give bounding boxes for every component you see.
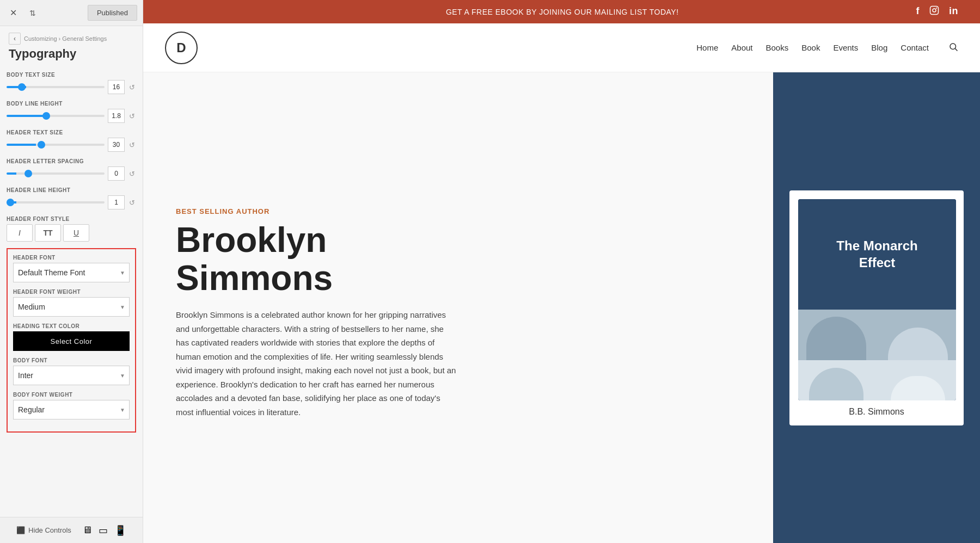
body-font-weight-label: BODY FONT WEIGHT — [13, 392, 130, 398]
header-text-size-reset[interactable]: ↺ — [128, 139, 136, 150]
header-font-weight-group: HEADER FONT WEIGHT Thin Light Regular Me… — [13, 289, 130, 317]
book-arch-top — [798, 310, 956, 360]
site-logo: D — [165, 32, 198, 64]
select-color-button[interactable]: Select Color — [13, 331, 130, 351]
hero-right: The Monarch Effect B.B. Sim — [773, 72, 980, 543]
body-text-size-reset[interactable]: ↺ — [128, 82, 136, 92]
header-text-size-group: HEADER TEXT SIZE 30 ↺ — [7, 129, 136, 152]
nav-link-events[interactable]: Events — [833, 43, 858, 52]
nav-link-about[interactable]: About — [731, 43, 752, 52]
hero-left: BEST SELLING AUTHOR Brooklyn Simmons Bro… — [143, 72, 773, 543]
header-text-size-slider[interactable] — [7, 144, 105, 146]
nav-link-book[interactable]: Book — [801, 43, 820, 52]
header-font-group: HEADER FONT Default Theme Font Arial Geo… — [13, 255, 130, 282]
sort-button[interactable]: ⇅ — [25, 5, 40, 21]
hero-title-line1: Brooklyn — [176, 220, 327, 260]
monitor-icon: ⬛ — [16, 526, 25, 534]
header-font-label: HEADER FONT — [13, 255, 130, 261]
header-line-height-reset[interactable]: ↺ — [128, 197, 136, 208]
header-line-height-value: 1 — [108, 195, 125, 209]
body-line-height-slider[interactable] — [7, 115, 105, 117]
body-font-weight-select[interactable]: Thin Light Regular Medium Bold — [13, 400, 130, 419]
hide-controls-label: Hide Controls — [28, 526, 71, 534]
hero-title: Brooklyn Simmons — [176, 221, 740, 298]
header-font-select[interactable]: Default Theme Font Arial Georgia Times N… — [13, 263, 130, 282]
hero-section: BEST SELLING AUTHOR Brooklyn Simmons Bro… — [143, 72, 980, 543]
nav-link-books[interactable]: Books — [766, 43, 789, 52]
nav-link-blog[interactable]: Blog — [871, 43, 887, 52]
breadcrumb: Customizing › General Settings — [24, 35, 107, 42]
italic-button[interactable]: I — [7, 224, 33, 242]
hide-controls-button[interactable]: ⬛ Hide Controls — [16, 526, 71, 534]
hero-description: Brooklyn Simmons is a celebrated author … — [176, 308, 459, 419]
body-line-height-label: BODY LINE HEIGHT — [7, 101, 136, 107]
main-area: GET A FREE EBOOK BY JOINING OUR MAILING … — [143, 0, 980, 543]
header-text-size-value: 30 — [108, 138, 125, 152]
publish-button[interactable]: Published — [88, 5, 137, 21]
header-letter-spacing-reset[interactable]: ↺ — [128, 168, 136, 179]
social-icons: f in — [916, 5, 959, 18]
book-cover-top: The Monarch Effect — [798, 199, 956, 310]
heading-text-color-group: HEADING TEXT COLOR Select Color — [13, 323, 130, 351]
body-font-group: BODY FONT Inter Arial Roboto Georgia ▼ — [13, 357, 130, 385]
header-letter-spacing-value: 0 — [108, 166, 125, 181]
header-text-size-label: HEADER TEXT SIZE — [7, 129, 136, 135]
book-author: B.B. Simmons — [798, 407, 955, 417]
arch-left-bottom — [809, 368, 863, 400]
left-panel: ✕ ⇅ Published ‹ Customizing › General Se… — [0, 0, 143, 543]
svg-rect-0 — [930, 7, 939, 15]
device-icons-group: 🖥 ▭ 📱 — [82, 525, 126, 536]
header-line-height-slider[interactable] — [7, 201, 105, 203]
body-font-select[interactable]: Inter Arial Roboto Georgia — [13, 366, 130, 385]
hero-subtitle: BEST SELLING AUTHOR — [176, 207, 740, 215]
bold-button[interactable]: TT — [35, 224, 61, 242]
nav-link-contact[interactable]: Contact — [901, 43, 929, 52]
header-font-weight-select-wrapper: Thin Light Regular Medium Semi-Bold Bold… — [13, 297, 130, 317]
arch-left-top — [806, 317, 866, 360]
svg-point-2 — [936, 8, 937, 9]
nav-bar: D Home About Books Book Events Blog Cont… — [143, 23, 980, 72]
nav-links: Home About Books Book Events Blog Contac… — [696, 42, 958, 54]
body-line-height-group: BODY LINE HEIGHT 1.8 ↺ — [7, 101, 136, 123]
header-font-weight-select[interactable]: Thin Light Regular Medium Semi-Bold Bold — [13, 297, 130, 317]
desktop-icon[interactable]: 🖥 — [82, 525, 92, 536]
book-title-overlay: The Monarch Effect — [836, 237, 917, 271]
mobile-icon[interactable]: 📱 — [114, 525, 126, 536]
header-letter-spacing-label: HEADER LETTER SPACING — [7, 158, 136, 164]
body-font-select-wrapper: Inter Arial Roboto Georgia ▼ — [13, 366, 130, 385]
nav-link-home[interactable]: Home — [696, 43, 718, 52]
panel-topbar: ✕ ⇅ Published — [0, 0, 143, 26]
body-font-weight-select-wrapper: Thin Light Regular Medium Bold ▼ — [13, 400, 130, 419]
panel-title: Typography — [0, 45, 143, 67]
close-button[interactable]: ✕ — [5, 5, 21, 21]
body-text-size-label: BODY TEXT SIZE — [7, 72, 136, 78]
svg-point-1 — [933, 9, 936, 12]
search-icon[interactable] — [948, 42, 958, 54]
book-arch-bottom — [798, 360, 956, 400]
body-font-weight-group: BODY FONT WEIGHT Thin Light Regular Medi… — [13, 392, 130, 419]
linkedin-icon[interactable]: in — [949, 5, 958, 18]
header-line-height-group: HEADER LINE HEIGHT 1 ↺ — [7, 187, 136, 209]
announcement-bar: GET A FREE EBOOK BY JOINING OUR MAILING … — [143, 0, 980, 23]
body-font-label: BODY FONT — [13, 357, 130, 363]
instagram-icon[interactable] — [929, 5, 939, 18]
book-cover: The Monarch Effect — [798, 199, 956, 400]
panel-scroll: BODY TEXT SIZE 16 ↺ BODY LINE HEIGHT 1.8… — [0, 67, 143, 517]
body-text-size-slider[interactable] — [7, 86, 105, 88]
body-line-height-value: 1.8 — [108, 109, 125, 123]
arch-right-bottom — [891, 376, 945, 400]
svg-point-3 — [950, 44, 956, 50]
underline-button[interactable]: U — [63, 224, 89, 242]
body-text-size-group: BODY TEXT SIZE 16 ↺ — [7, 72, 136, 94]
header-font-style-group: HEADER FONT STYLE I TT U — [7, 216, 136, 242]
header-letter-spacing-slider[interactable] — [7, 172, 105, 175]
header-line-height-label: HEADER LINE HEIGHT — [7, 187, 136, 193]
body-line-height-reset[interactable]: ↺ — [128, 110, 136, 121]
tablet-icon[interactable]: ▭ — [99, 525, 108, 536]
svg-line-4 — [955, 48, 957, 51]
header-font-select-wrapper: Default Theme Font Arial Georgia Times N… — [13, 263, 130, 282]
back-button[interactable]: ‹ — [9, 33, 21, 45]
header-font-style-label: HEADER FONT STYLE — [7, 216, 136, 222]
hero-title-line2: Simmons — [176, 258, 333, 298]
facebook-icon[interactable]: f — [916, 5, 920, 18]
